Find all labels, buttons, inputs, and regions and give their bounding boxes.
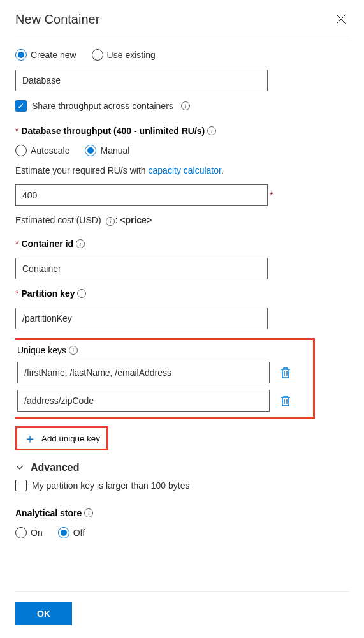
info-icon[interactable]: i: [69, 346, 78, 355]
ru-input[interactable]: [15, 184, 268, 206]
estimated-cost-label: Estimated cost (USD): [15, 215, 103, 225]
required-asterisk: *: [15, 288, 18, 299]
analytical-store-group: On Off: [15, 527, 345, 538]
ru-input-row: *: [15, 184, 274, 206]
database-mode-group: Create new Use existing: [15, 49, 345, 61]
throughput-mode-group: Autoscale Manual: [15, 145, 345, 156]
estimated-cost-value: <price>: [120, 215, 152, 225]
autoscale-label: Autoscale: [31, 145, 69, 156]
estimate-suffix: .: [221, 165, 224, 175]
create-new-radio[interactable]: Create new: [15, 49, 76, 61]
add-unique-key-label: Add unique key: [41, 434, 100, 443]
autoscale-radio[interactable]: Autoscale: [15, 145, 69, 156]
analytical-store-label: Analytical store: [15, 508, 82, 518]
analytical-off-radio[interactable]: Off: [58, 527, 85, 538]
scroll-area[interactable]: Create new Use existing ✓ Share throughp…: [15, 36, 349, 591]
partition-key-label-row: * Partition key i: [15, 288, 86, 299]
panel-footer: OK: [15, 591, 349, 638]
use-existing-label: Use existing: [107, 50, 156, 60]
delete-unique-key-button[interactable]: [279, 365, 293, 380]
required-asterisk: *: [270, 190, 273, 200]
close-button[interactable]: [333, 11, 349, 27]
add-unique-key-button[interactable]: ＋ Add unique key: [15, 426, 108, 450]
unique-keys-label: Unique keys: [17, 345, 66, 355]
new-container-panel: New Container Create new Use existing ✓: [0, 0, 364, 638]
advanced-label: Advanced: [31, 462, 79, 473]
unique-keys-highlight: Unique keys i: [15, 338, 315, 419]
container-id-input[interactable]: [15, 258, 268, 279]
capacity-calculator-link[interactable]: capacity calculator: [149, 165, 221, 175]
info-icon[interactable]: i: [106, 217, 115, 226]
partition-larger-checkbox[interactable]: [15, 480, 27, 491]
unique-keys-label-row: Unique keys i: [17, 345, 78, 355]
analytical-off-label: Off: [73, 528, 85, 538]
required-asterisk: *: [15, 239, 18, 249]
unique-key-input-0[interactable]: [17, 362, 270, 383]
manual-radio[interactable]: Manual: [85, 145, 129, 156]
use-existing-radio[interactable]: Use existing: [92, 49, 156, 61]
trash-icon: [280, 394, 291, 407]
throughput-heading-row: * Database throughput (400 - unlimited R…: [15, 126, 216, 136]
info-icon[interactable]: i: [181, 101, 190, 110]
manual-label: Manual: [100, 145, 129, 156]
plus-icon: ＋: [24, 432, 36, 445]
required-asterisk: *: [15, 126, 18, 136]
delete-unique-key-button[interactable]: [279, 393, 293, 408]
estimate-text-row: Estimate your required RU/s with capacit…: [15, 165, 345, 175]
container-id-label: Container id: [21, 239, 73, 249]
info-icon[interactable]: i: [207, 126, 216, 135]
info-icon[interactable]: i: [76, 239, 85, 248]
analytical-on-label: On: [31, 528, 43, 538]
estimated-cost-row: Estimated cost (USD) i: <price>: [15, 215, 345, 226]
unique-key-row: [17, 362, 307, 383]
estimate-prefix: Estimate your required RU/s with: [15, 165, 149, 175]
ok-button[interactable]: OK: [15, 602, 72, 625]
unique-key-input-1[interactable]: [17, 390, 270, 412]
close-icon: [336, 14, 346, 24]
share-throughput-row: ✓ Share throughput across containers i: [15, 100, 345, 112]
analytical-on-radio[interactable]: On: [15, 527, 43, 538]
throughput-heading: Database throughput (400 - unlimited RU/…: [21, 126, 205, 136]
info-icon[interactable]: i: [84, 508, 93, 517]
container-id-label-row: * Container id i: [15, 239, 85, 249]
chevron-down-icon: [15, 463, 24, 473]
info-icon[interactable]: i: [77, 289, 86, 298]
create-new-label: Create new: [31, 50, 76, 60]
share-throughput-label: Share throughput across containers: [32, 101, 173, 111]
panel-title: New Container: [15, 12, 99, 27]
analytical-store-label-row: Analytical store i: [15, 508, 93, 518]
trash-icon: [280, 366, 291, 379]
advanced-toggle[interactable]: Advanced: [15, 462, 345, 473]
partition-larger-label: My partition key is larger than 100 byte…: [32, 480, 189, 491]
partition-larger-row: My partition key is larger than 100 byte…: [15, 480, 345, 491]
partition-key-label: Partition key: [21, 288, 75, 299]
panel-header: New Container: [15, 11, 349, 36]
share-throughput-checkbox[interactable]: ✓: [15, 100, 27, 112]
partition-key-input[interactable]: [15, 308, 268, 329]
database-name-input[interactable]: [15, 70, 268, 91]
checkmark-icon: ✓: [17, 101, 25, 110]
unique-key-row: [17, 390, 307, 412]
